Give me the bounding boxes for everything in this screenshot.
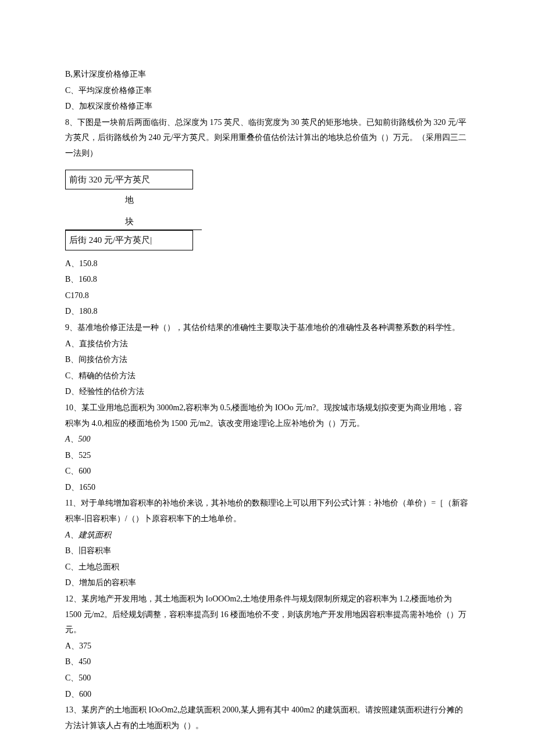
- question-13: 13、某房产的土地面积 IOoOm2,总建筑面积 2000,某人拥有其中 400…: [65, 703, 470, 733]
- q9-option-a: A、直接估价方法: [65, 336, 470, 352]
- q10-option-d: D、1650: [65, 480, 470, 496]
- q8-option-b: B、160.8: [65, 272, 470, 288]
- q10-option-b: B、525: [65, 448, 470, 464]
- question-8: 8、下图是一块前后两面临街、总深度为 175 英尺、临街宽度为 30 英尺的矩形…: [65, 115, 470, 162]
- q12-option-c: C、500: [65, 671, 470, 686]
- q8-option-a: A、150.8: [65, 256, 470, 272]
- q12-option-b: B、450: [65, 654, 470, 670]
- question-10: 10、某工业用地总面积为 3000m2,容积率为 0.5,楼面地价为 IOOo …: [65, 400, 470, 431]
- option-b-pre: B,累计深度价格修正率: [65, 67, 470, 83]
- q12-option-d: D、600: [65, 687, 470, 703]
- question-9: 9、基准地价修正法是一种（），其估价结果的准确性主要取决于基准地价的准确性及各种…: [65, 320, 470, 336]
- diagram-label-2: 块: [65, 210, 193, 230]
- q11-option-d: D、增加后的容积率: [65, 575, 470, 591]
- diagram-front-street: 前街 320 元/平方英尺: [65, 170, 193, 190]
- q10-option-c: C、600: [65, 464, 470, 479]
- q11-option-b: B、旧容积率: [65, 543, 470, 559]
- q8-option-d: D、180.8: [65, 304, 470, 320]
- option-c-pre: C、平均深度价格修正率: [65, 83, 470, 99]
- q12-option-a: A、375: [65, 639, 470, 654]
- q9-option-b: B、间接估价方法: [65, 352, 470, 368]
- option-d-pre: D、加权深度价格修正率: [65, 99, 470, 114]
- q11-option-a: A、建筑面积: [65, 528, 470, 543]
- diagram-label-1: 地: [65, 189, 193, 210]
- question-11: 11、对于单纯增加容积率的补地价来说，其补地价的数额理论上可以用下列公式计算：补…: [65, 496, 470, 526]
- diagram-back-street: 后街 240 元/平方英尺|: [65, 230, 193, 250]
- q8-option-c: C170.8: [65, 288, 470, 304]
- q9-option-c: C、精确的估价方法: [65, 368, 470, 384]
- q10-option-a: A、500: [65, 432, 470, 447]
- q9-option-d: D、经验性的估价方法: [65, 384, 470, 400]
- q11-option-c: C、土地总面积: [65, 560, 470, 575]
- question-12: 12、某房地产开发用地，其土地面积为 IoOOOm2,土地使用条件与规划限制所规…: [65, 592, 470, 638]
- lot-diagram: 前街 320 元/平方英尺 地 块 后街 240 元/平方英尺|: [65, 170, 470, 250]
